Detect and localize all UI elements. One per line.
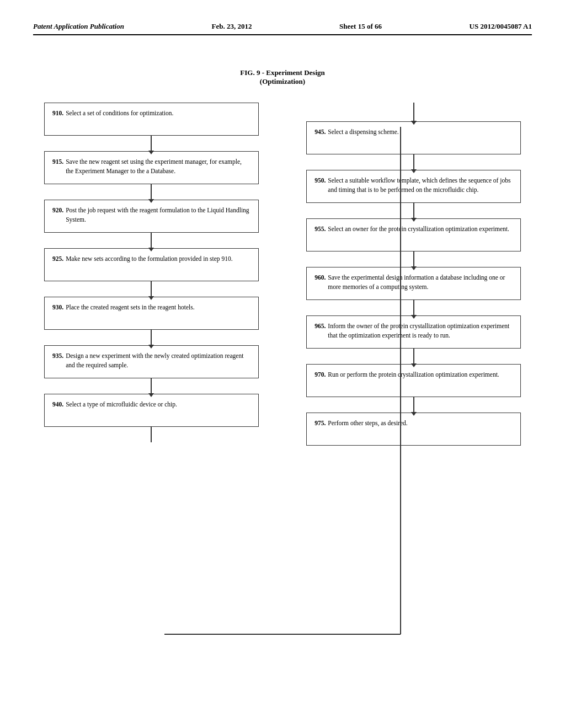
arrow-935-940 <box>151 378 152 394</box>
step-925-number: 925. <box>52 254 63 264</box>
arrow-950-955 <box>413 203 414 218</box>
right-column: 945. Select a dispensing scheme. 950. Se… <box>306 103 521 446</box>
step-940-text: Select a type of microfluidic device or … <box>66 400 177 409</box>
step-975-text: Perform other steps, as desired. <box>328 419 407 428</box>
step-935-number: 935. <box>52 351 63 361</box>
step-940-box: 940. Select a type of microfluidic devic… <box>44 394 259 427</box>
step-920-number: 920. <box>52 206 63 215</box>
step-965-box: 965. Inform the owner of the protein cry… <box>306 315 521 349</box>
step-965-text: Inform the owner of the protein crystall… <box>328 322 513 341</box>
diagram: 910. Select a set of conditions for opti… <box>33 103 532 446</box>
step-965-number: 965. <box>315 322 326 331</box>
step-955-box: 955. Select an owner for the protein cry… <box>306 218 521 251</box>
arrow-955-960 <box>413 251 414 267</box>
step-945-box: 945. Select a dispensing scheme. <box>306 121 521 154</box>
step-910-box: 910. Select a set of conditions for opti… <box>44 103 259 136</box>
step-945-number: 945. <box>315 127 326 137</box>
step-910-text: Select a set of conditions for optimizat… <box>66 109 173 118</box>
page-header: Patent Application Publication Feb. 23, … <box>33 22 532 35</box>
step-950-box: 950. Select a suitable workflow template… <box>306 170 521 203</box>
step-930-text: Place the created reagent sets in the re… <box>66 303 194 312</box>
arrow-920-925 <box>151 233 152 248</box>
step-955-number: 955. <box>315 224 326 234</box>
step-930-box: 930. Place the created reagent sets in t… <box>44 297 259 330</box>
step-920-box: 920. Post the job request with the reage… <box>44 200 259 233</box>
step-930-number: 930. <box>52 303 63 312</box>
step-945-text: Select a dispensing scheme. <box>328 127 398 137</box>
arrow-930-935 <box>151 330 152 345</box>
step-915-number: 915. <box>52 157 63 167</box>
top-incoming-arrow <box>413 103 414 121</box>
step-940-number: 940. <box>52 400 63 409</box>
arrow-965-970 <box>413 349 414 364</box>
figure-title-line1: FIG. 9 - Experiment Design <box>33 68 532 77</box>
step-975-box: 975. Perform other steps, as desired. <box>306 413 521 446</box>
step-950-number: 950. <box>315 176 326 185</box>
figure-title: FIG. 9 - Experiment Design (Optimization… <box>33 68 532 86</box>
header-patent-number: US 2012/0045087 A1 <box>470 22 532 31</box>
step-970-number: 970. <box>315 370 326 379</box>
step-925-text: Make new sets according to the formulati… <box>66 254 232 264</box>
step-955-text: Select an owner for the protein crystall… <box>328 224 509 234</box>
step-915-box: 915. Save the new reagent set using the … <box>44 151 259 184</box>
step-925-box: 925. Make new sets according to the form… <box>44 248 259 281</box>
left-column: 910. Select a set of conditions for opti… <box>44 103 259 446</box>
header-date: Feb. 23, 2012 <box>212 22 252 31</box>
arrow-960-965 <box>413 300 414 315</box>
step-970-text: Run or perform the protein crystallizati… <box>328 370 499 379</box>
arrow-945-950 <box>413 154 414 170</box>
arrow-970-975 <box>413 397 414 413</box>
step-960-text: Save the experimental design information… <box>328 273 513 292</box>
step-935-text: Design a new experiment with the newly c… <box>66 351 250 371</box>
step-920-text: Post the job request with the reagent fo… <box>66 206 250 225</box>
step-975-number: 975. <box>315 419 326 428</box>
step-960-box: 960. Save the experimental design inform… <box>306 267 521 300</box>
step-935-box: 935. Design a new experiment with the ne… <box>44 345 259 378</box>
arrow-910-915 <box>151 136 152 151</box>
step-970-box: 970. Run or perform the protein crystall… <box>306 364 521 397</box>
header-publication-label: Patent Application Publication <box>33 22 124 31</box>
step-950-text: Select a suitable workflow template, whi… <box>328 176 513 195</box>
header-sheet: Sheet 15 of 66 <box>339 22 382 31</box>
step-910-number: 910. <box>52 109 63 118</box>
page: Patent Application Publication Feb. 23, … <box>0 0 565 728</box>
step-915-text: Save the new reagent set using the exper… <box>66 157 250 176</box>
figure-title-line2: (Optimization) <box>33 77 532 86</box>
step-960-number: 960. <box>315 273 326 282</box>
arrow-925-930 <box>151 281 152 297</box>
arrow-915-920 <box>151 184 152 200</box>
